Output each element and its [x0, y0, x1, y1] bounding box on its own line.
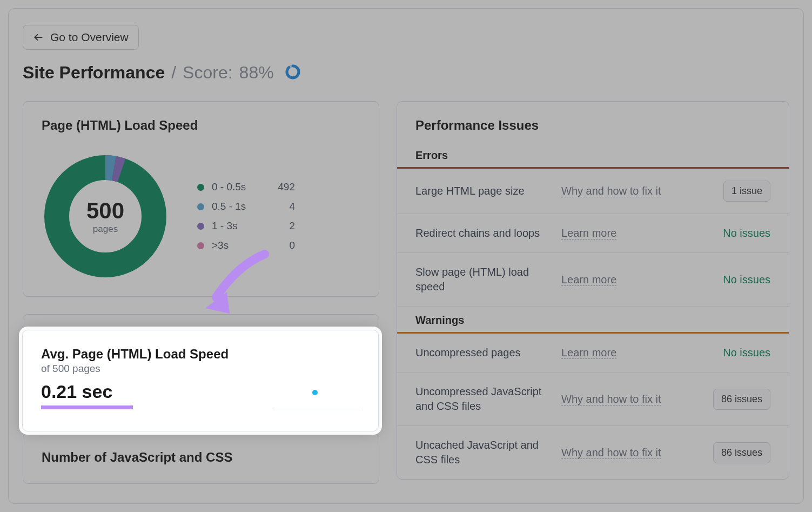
page-heading: Site Performance / Score: 88%: [23, 63, 789, 83]
svg-point-2: [287, 66, 299, 78]
issue-help-link[interactable]: Why and how to fix it: [561, 393, 661, 405]
errors-section-header: Errors: [397, 142, 789, 167]
no-issues-label: No issues: [723, 347, 770, 358]
back-button-label: Go to Overview: [50, 31, 129, 44]
legend-item: 0.5 - 1s 4: [197, 201, 295, 212]
issue-help-link[interactable]: Learn more: [561, 227, 616, 240]
js-css-count-card: Number of JavaScript and CSS: [23, 433, 379, 484]
load-speed-legend: 0 - 0.5s 492 0.5 - 1s 4 1 - 3s: [197, 181, 295, 251]
issue-name: Uncached JavaScript and CSS files: [415, 438, 561, 467]
issue-name: Large HTML page size: [415, 184, 561, 198]
legend-dot-icon: [197, 242, 204, 249]
avg-card-title: Avg. Page (HTML) Load Speed: [41, 347, 360, 362]
legend-item: 1 - 3s 2: [197, 220, 295, 232]
issue-name: Slow page (HTML) load speed: [415, 265, 561, 294]
issue-name: Uncompressed pages: [415, 345, 561, 360]
score-ring-icon: [285, 64, 301, 82]
legend-dot-icon: [197, 223, 204, 230]
back-to-overview-button[interactable]: Go to Overview: [23, 25, 139, 50]
donut-total: 500: [86, 198, 124, 224]
legend-dot-icon: [197, 203, 204, 210]
arrow-left-icon: [33, 32, 44, 43]
issue-row: Large HTML page size Why and how to fix …: [397, 169, 789, 214]
load-speed-title: Page (HTML) Load Speed: [42, 118, 360, 133]
avg-card-subtitle: of 500 pages: [41, 363, 360, 375]
issue-count-badge[interactable]: 86 issues: [713, 442, 770, 463]
avg-sparkline: [273, 389, 360, 409]
no-issues-label: No issues: [723, 274, 770, 285]
issue-row: Uncompressed pages Learn more No issues: [397, 334, 789, 373]
title-separator: /: [171, 63, 176, 83]
donut-total-label: pages: [93, 224, 118, 235]
issue-name: Redirect chains and loops: [415, 226, 561, 241]
issue-row: Redirect chains and loops Learn more No …: [397, 214, 789, 253]
issue-help-link[interactable]: Why and how to fix it: [561, 447, 661, 459]
legend-dot-icon: [197, 184, 204, 191]
page-title: Site Performance: [23, 63, 165, 83]
issues-card-title: Performance Issues: [397, 118, 789, 139]
issue-name: Uncompressed JavaScript and CSS files: [415, 384, 561, 414]
no-issues-label: No issues: [723, 227, 770, 239]
score-value: 88%: [239, 63, 274, 83]
warnings-section-header: Warnings: [397, 307, 789, 332]
issue-help-link[interactable]: Learn more: [561, 274, 616, 286]
performance-issues-card: Performance Issues Errors Large HTML pag…: [397, 101, 789, 480]
score-label: Score:: [183, 63, 232, 83]
avg-load-speed-card: Avg. Page (HTML) Load Speed of 500 pages…: [22, 330, 379, 431]
issue-help-link[interactable]: Learn more: [561, 347, 616, 359]
sparkline-point-icon: [312, 390, 318, 395]
issue-row: Uncompressed JavaScript and CSS files Wh…: [397, 373, 789, 426]
legend-item: >3s 0: [197, 240, 295, 251]
issue-count-badge[interactable]: 86 issues: [713, 389, 770, 410]
load-speed-card: Page (HTML) Load Speed 500: [23, 101, 379, 297]
issue-row: Slow page (HTML) load speed Learn more N…: [397, 253, 789, 307]
issue-help-link[interactable]: Why and how to fix it: [561, 185, 661, 197]
issue-row: Uncached JavaScript and CSS files Why an…: [397, 426, 789, 479]
highlight-underline: [41, 405, 133, 409]
legend-item: 0 - 0.5s 492: [197, 181, 295, 193]
issue-count-badge[interactable]: 1 issue: [723, 181, 770, 202]
load-speed-donut-chart: 500 pages: [42, 152, 169, 280]
js-css-title: Number of JavaScript and CSS: [42, 450, 360, 465]
avg-load-value: 0.21 sec: [41, 381, 133, 402]
